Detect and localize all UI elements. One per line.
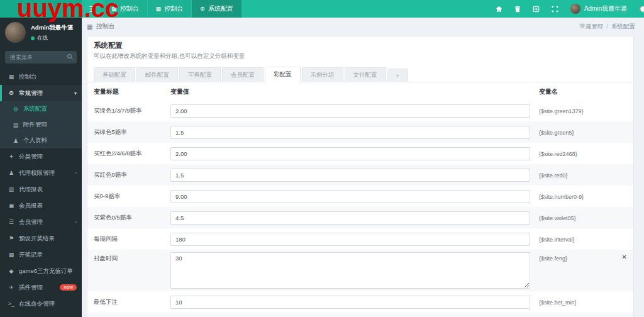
variable-title: 买红色2/4/6/8赔率 bbox=[87, 150, 170, 158]
table-row: 最低下注 10 {$site.bet_min} ✕ bbox=[87, 291, 633, 313]
home-icon[interactable] bbox=[496, 6, 502, 13]
variable-value-input[interactable] bbox=[170, 190, 530, 203]
variable-name: {$site.feng} bbox=[539, 255, 567, 262]
topbar-tab[interactable]: ⚙ 系统配置 bbox=[192, 0, 242, 18]
variable-value-input[interactable] bbox=[170, 104, 530, 118]
dashboard-icon: ▦ bbox=[87, 23, 92, 30]
topbar: ☰ ▦ 控制台 ▦ 控制台 ⚙ 系统配置 bbox=[0, 0, 644, 18]
avatar bbox=[5, 22, 26, 43]
variable-name: {$site.number0-9} bbox=[539, 194, 584, 200]
variable-name: {$site.green1379} bbox=[539, 108, 584, 114]
config-tab[interactable]: 基础配置 bbox=[94, 67, 135, 82]
online-dot-icon bbox=[31, 36, 35, 40]
col-header-value: 变量值 bbox=[170, 87, 539, 96]
sidebar-item[interactable]: ♟ 代理权限管理 ‹ bbox=[0, 165, 82, 181]
calendar-icon: ▦ bbox=[8, 252, 15, 258]
fullscreen-icon[interactable] bbox=[552, 6, 558, 13]
page-title: 系统配置 bbox=[94, 41, 627, 50]
config-tab[interactable]: 邮件配置 bbox=[136, 67, 178, 82]
sidebar-item[interactable]: ⚙ 系统配置 bbox=[0, 101, 82, 117]
table-row: 下注最高值 100000 {$site.bet_max} ✕ bbox=[87, 313, 633, 317]
trash-icon[interactable] bbox=[514, 6, 521, 13]
variable-title: 买红色0赔率 bbox=[87, 171, 170, 179]
sidebar-item-label: 系统配置 bbox=[23, 105, 47, 113]
topbar-tabs: ▦ 控制台 ▦ 控制台 ⚙ 系统配置 bbox=[103, 0, 242, 18]
app-logo bbox=[0, 0, 82, 18]
sidebar-item[interactable]: ✈ 插件管理 new bbox=[0, 279, 82, 296]
config-panel: 系统配置 可以在此增改系统的变量和分组,也可以自定义分组和变量 基础配置 邮件配… bbox=[87, 36, 634, 317]
sidebar-toggle-icon[interactable]: ☰ bbox=[82, 0, 103, 18]
topbar-tab[interactable]: ▦ 控制台 bbox=[148, 0, 192, 18]
terminal-icon: >_ bbox=[8, 301, 15, 307]
table-row: 买绿色1/3/7/9赔率 2.00 {$site.green1379} ✕ bbox=[87, 100, 633, 121]
variable-value-input[interactable] bbox=[170, 233, 530, 246]
chevron-icon: ▾ bbox=[74, 91, 77, 96]
config-tab[interactable]: 示例分组 bbox=[302, 67, 343, 82]
sidebar-user-status: 在线 bbox=[37, 35, 48, 42]
variable-name: {$site.green5} bbox=[539, 130, 574, 136]
sidebar-item[interactable]: ▤ 下注列表 bbox=[0, 312, 82, 317]
dashboard-icon: ▦ bbox=[8, 74, 15, 80]
sidebar-item-label: 会员报表 bbox=[19, 202, 43, 210]
sidebar: Admin我最牛逼 在线 ▦ 控制台 ⚙ 常规管理 ▾ bbox=[0, 18, 82, 317]
variable-name: {$site.red2468} bbox=[539, 151, 577, 157]
sidebar-item[interactable]: ◆ game6三方充值订单 bbox=[0, 263, 82, 279]
gear-icon[interactable] bbox=[639, 5, 644, 13]
breadcrumb-page[interactable]: 系统配置 bbox=[611, 23, 635, 31]
sidebar-item-label: 在线命令管理 bbox=[19, 300, 55, 308]
sidebar-item[interactable]: ⚑ 预设开奖结果 bbox=[0, 230, 82, 247]
sidebar-item[interactable]: ☰ 会员管理 ‹ bbox=[0, 214, 82, 230]
sidebar-item-label: 分类管理 bbox=[19, 153, 43, 161]
sidebar-item[interactable]: ▣ 会员报表 bbox=[0, 197, 82, 214]
variable-value-input[interactable] bbox=[170, 296, 530, 309]
avatar bbox=[570, 4, 580, 14]
leaf-icon: ✦ bbox=[8, 153, 15, 160]
sidebar-item-label: 代理报表 bbox=[19, 186, 43, 194]
config-tab[interactable]: 字典配置 bbox=[179, 67, 221, 82]
sidebar-item[interactable]: ✦ 分类管理 bbox=[0, 148, 82, 165]
variable-value-input[interactable] bbox=[170, 126, 530, 139]
sidebar-item[interactable]: >_ 在线命令管理 bbox=[0, 296, 82, 312]
sidebar-item-label: 常规管理 bbox=[19, 89, 43, 97]
sidebar-item[interactable]: ▦ 开奖记录 bbox=[0, 247, 82, 263]
gear-icon: ⚙ bbox=[200, 6, 205, 12]
topbar-tab[interactable]: ▦ 控制台 bbox=[103, 0, 147, 18]
refresh-icon[interactable] bbox=[533, 6, 540, 13]
breadcrumb: ▦ 控制台 常规管理 / 系统配置 bbox=[82, 18, 644, 35]
sidebar-item[interactable]: ▦ 控制台 bbox=[0, 69, 82, 85]
sidebar-user-panel: Admin我最牛逼 在线 bbox=[0, 18, 82, 47]
dashboard-icon: ▦ bbox=[111, 6, 117, 12]
main-content: ▦ 控制台 常规管理 / 系统配置 系统配置 可以在此增改系统的变量和分组,也可… bbox=[82, 18, 644, 317]
topbar-tab-label: 系统配置 bbox=[208, 4, 233, 13]
book-icon: ▥ bbox=[8, 186, 15, 192]
remove-variable-icon[interactable]: ✕ bbox=[622, 253, 627, 260]
variable-title: 买0-9赔率 bbox=[87, 192, 170, 201]
idcard-icon: ▣ bbox=[8, 203, 15, 209]
topbar-tab-label: 控制台 bbox=[120, 4, 139, 13]
variable-value-input[interactable] bbox=[170, 211, 530, 225]
user-menu[interactable]: Admin我最牛逼 bbox=[570, 4, 627, 14]
sidebar-item[interactable]: ▤ 附件管理 bbox=[0, 117, 82, 133]
variable-value-input[interactable] bbox=[170, 169, 530, 182]
config-tab[interactable]: 会员配置 bbox=[222, 67, 264, 82]
variable-value-textarea[interactable]: 30 bbox=[170, 252, 530, 289]
sidebar-item-label: 会员管理 bbox=[19, 218, 43, 226]
breadcrumb-group[interactable]: 常规管理 bbox=[579, 23, 603, 31]
variable-name: {$site.bet_min} bbox=[539, 299, 577, 306]
users-icon: ♟ bbox=[8, 170, 15, 176]
breadcrumb-left-label[interactable]: 控制台 bbox=[96, 22, 114, 31]
sidebar-item[interactable]: ♟ 个人资料 bbox=[0, 133, 82, 148]
variable-value-input[interactable] bbox=[170, 147, 530, 160]
config-tab[interactable]: + bbox=[387, 69, 409, 82]
sidebar-item[interactable]: ⚙ 常规管理 ▾ bbox=[0, 85, 82, 101]
variable-table: 买绿色1/3/7/9赔率 2.00 {$site.green1379} ✕ 买绿… bbox=[87, 100, 633, 317]
sidebar-item[interactable]: ▥ 代理报表 bbox=[0, 181, 82, 197]
table-row: 买红色0赔率 1.5 {$site.red0} ✕ bbox=[87, 164, 633, 186]
search-input[interactable] bbox=[5, 51, 77, 64]
config-tab[interactable]: 彩配置 bbox=[265, 67, 301, 82]
variable-title: 买绿色1/3/7/9赔率 bbox=[87, 107, 170, 115]
topbar-actions: Admin我最牛逼 bbox=[496, 0, 644, 18]
sidebar-item-label: 控制台 bbox=[19, 73, 37, 81]
gear-icon: ⚙ bbox=[12, 106, 19, 113]
config-tab[interactable]: 支付配置 bbox=[345, 67, 386, 82]
